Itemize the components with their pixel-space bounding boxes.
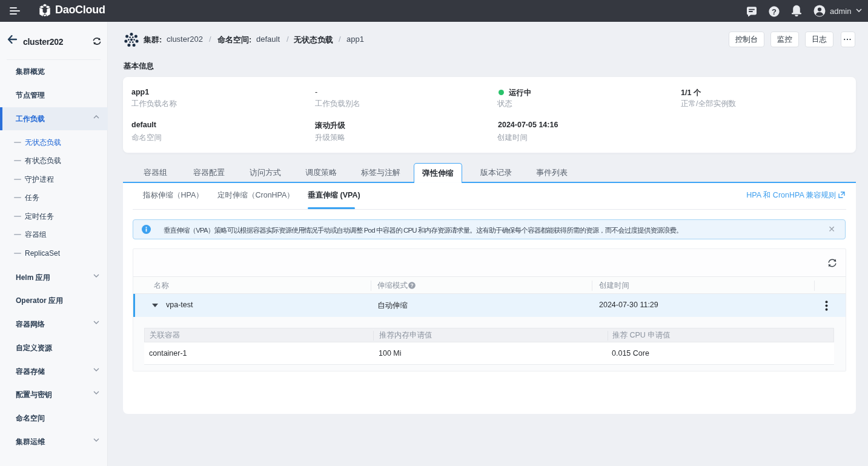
svg-text:?: ? [410, 282, 413, 288]
svg-text:?: ? [772, 7, 777, 16]
